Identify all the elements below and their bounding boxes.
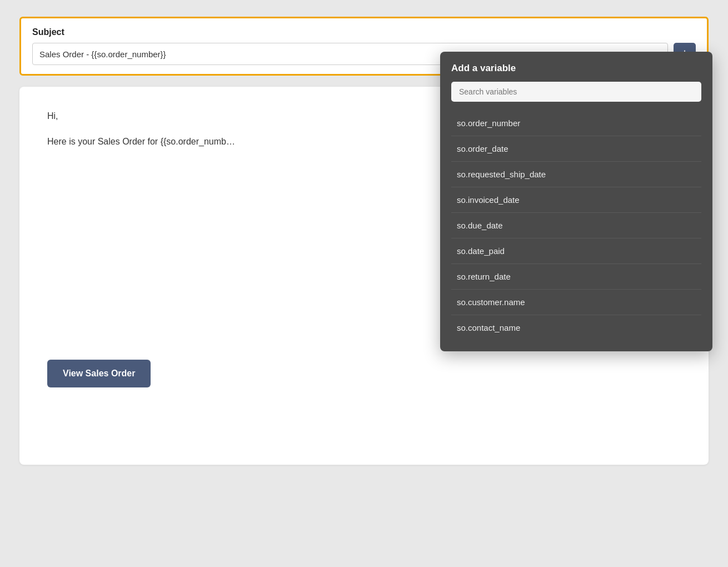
subject-section: Subject ↖ Add a variable so.order_number… <box>19 17 709 76</box>
variable-item[interactable]: so.order_date <box>451 136 701 162</box>
search-input-container <box>451 82 701 102</box>
variable-item[interactable]: so.contact_name <box>451 315 701 340</box>
subject-label: Subject <box>32 27 696 37</box>
view-sales-order-button[interactable]: View Sales Order <box>47 360 151 387</box>
variable-item[interactable]: so.order_number <box>451 111 701 136</box>
page-container: Subject ↖ Add a variable so.order_number… <box>19 17 709 465</box>
variable-item[interactable]: so.date_paid <box>451 238 701 264</box>
search-variables-input[interactable] <box>451 82 701 102</box>
variable-dropdown: Add a variable so.order_numberso.order_d… <box>440 52 712 351</box>
variable-item[interactable]: so.return_date <box>451 264 701 290</box>
variable-item[interactable]: so.customer.name <box>451 290 701 315</box>
variable-item[interactable]: so.requested_ship_date <box>451 162 701 187</box>
variable-item[interactable]: so.invoiced_date <box>451 187 701 213</box>
variables-list: so.order_numberso.order_dateso.requested… <box>451 111 701 340</box>
dropdown-title: Add a variable <box>451 63 701 74</box>
variable-item[interactable]: so.due_date <box>451 213 701 238</box>
